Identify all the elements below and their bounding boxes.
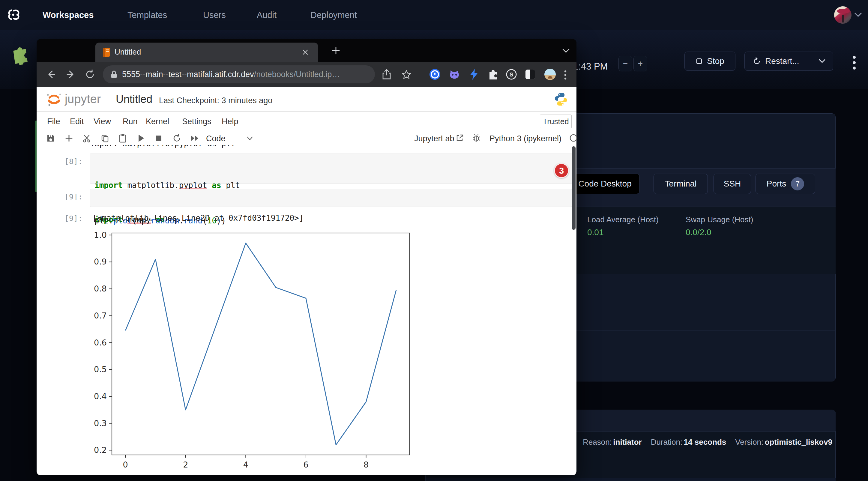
- interrupt-kernel-button[interactable]: [154, 133, 163, 143]
- back-icon[interactable]: [45, 69, 56, 80]
- notebook-content: import matplotlib.pyplot as plt [8]: imp…: [37, 145, 577, 475]
- copy-cell-button[interactable]: [100, 133, 110, 143]
- restart-kernel-button[interactable]: [172, 133, 182, 143]
- forward-icon[interactable]: [65, 69, 76, 80]
- cell9-prompt: [9]:: [64, 193, 83, 201]
- run-cell-button[interactable]: [136, 133, 146, 143]
- menu-kernel[interactable]: Kernel: [146, 117, 169, 126]
- menu-run[interactable]: Run: [123, 117, 138, 126]
- share-icon[interactable]: [381, 69, 392, 80]
- browser-kebab-menu[interactable]: [564, 70, 567, 81]
- cat-extension-icon[interactable]: [448, 68, 460, 81]
- user-menu-chevron-icon[interactable]: [854, 12, 862, 18]
- out9-text: [<matplotlib.lines.Line2D at 0x7fd03f191…: [92, 214, 304, 223]
- browser-tabstrip: Untitled: [37, 39, 577, 62]
- nav-item-templates[interactable]: Templates: [127, 10, 167, 20]
- workspace-kebab-menu[interactable]: [850, 52, 858, 71]
- zoom-in-button[interactable]: +: [633, 56, 647, 71]
- address-bar[interactable]: 5555--main--test--matifali.atif.cdr.dev/…: [103, 65, 375, 83]
- jupyter-logo: [45, 91, 62, 107]
- restart-run-all-button[interactable]: [190, 133, 199, 143]
- screen: Workspaces Templates Users Audit Deploym…: [0, 0, 868, 481]
- url-host: 5555--main--test--matifali.atif.cdr.dev: [122, 70, 254, 79]
- cell8-prompt: [8]:: [64, 157, 83, 166]
- tab-search-chevron-icon[interactable]: [562, 48, 570, 53]
- svg-text:0.5: 0.5: [94, 365, 107, 374]
- app-button-ports[interactable]: Ports 7: [755, 173, 815, 194]
- zoom-out-button[interactable]: −: [618, 56, 632, 71]
- tab-title: Untitled: [115, 47, 141, 57]
- svg-text:0.6: 0.6: [94, 338, 107, 347]
- external-link-icon[interactable]: [456, 134, 464, 142]
- onepassword-extension-icon[interactable]: [429, 68, 441, 81]
- s-circle-extension-icon[interactable]: S: [505, 68, 517, 81]
- kernel-name[interactable]: Python 3 (ipykernel): [490, 134, 561, 143]
- menu-edit[interactable]: Edit: [70, 117, 84, 126]
- cut-cell-button[interactable]: [82, 133, 91, 143]
- trusted-button[interactable]: Trusted: [540, 115, 572, 128]
- jupyter-brand-text: jupyter: [65, 92, 101, 106]
- dark-reader-extension-icon[interactable]: [524, 68, 536, 81]
- new-tab-button[interactable]: [332, 46, 340, 55]
- restart-options-chevron-icon[interactable]: [818, 59, 826, 64]
- bookmark-star-icon[interactable]: [401, 70, 411, 80]
- ports-count-badge: 7: [791, 177, 804, 190]
- coder-logo-icon[interactable]: [7, 7, 22, 22]
- load-average-value: 0.01: [587, 228, 604, 237]
- svg-text:0.7: 0.7: [94, 311, 107, 320]
- save-button[interactable]: [46, 133, 56, 143]
- debugger-bug-icon[interactable]: [472, 134, 480, 142]
- kernel-status-icon[interactable]: [569, 134, 578, 142]
- terminal-label: Terminal: [665, 179, 697, 189]
- build-reason-value: initiator: [613, 438, 642, 447]
- lightning-extension-icon[interactable]: [468, 68, 480, 81]
- extensions-puzzle-icon[interactable]: [487, 68, 498, 81]
- swap-usage-label: Swap Usage (Host): [686, 215, 753, 224]
- cell8-editor[interactable]: import matplotlib.pyplot as plt import n…: [90, 154, 572, 184]
- svg-text:0.4: 0.4: [94, 392, 107, 401]
- jupyterlab-link[interactable]: JupyterLab: [414, 134, 455, 143]
- svg-text:S: S: [509, 71, 514, 78]
- menu-help[interactable]: Help: [222, 117, 239, 126]
- notebook-title[interactable]: Untitled: [116, 93, 152, 105]
- swap-usage-value: 0.0/2.0: [686, 228, 711, 237]
- nav-item-audit[interactable]: Audit: [257, 10, 277, 20]
- svg-text:0: 0: [123, 460, 128, 469]
- browser-toolbar: 5555--main--test--matifali.atif.cdr.dev/…: [37, 62, 577, 87]
- paste-cell-button[interactable]: [118, 133, 127, 143]
- tab-close-icon[interactable]: [302, 49, 309, 56]
- jupyter-toolbar: Code JupyterLab Python 3 (ipykernel): [37, 131, 577, 145]
- cell9-editor[interactable]: plt.plot(np.random.rand(10)): [90, 189, 572, 207]
- restart-label: Restart...: [765, 56, 799, 66]
- restart-icon: [753, 57, 761, 65]
- stop-workspace-button[interactable]: Stop: [684, 52, 736, 71]
- nav-item-deployment[interactable]: Deployment: [310, 10, 357, 20]
- build-version-value: optimistic_liskov9: [765, 438, 832, 447]
- cell-type-chevron-icon[interactable]: [247, 136, 253, 141]
- jupyter-page: jupyter Untitled Last Checkpoint: 3 minu…: [37, 87, 577, 475]
- add-cell-button[interactable]: [64, 133, 74, 143]
- cell-type-dropdown[interactable]: Code: [206, 134, 225, 143]
- browser-window: Untitled: [37, 39, 577, 475]
- nav-item-workspaces[interactable]: Workspaces: [42, 10, 94, 20]
- top-navbar: Workspaces Templates Users Audit Deploym…: [0, 0, 868, 30]
- restart-workspace-button[interactable]: Restart...: [744, 52, 833, 71]
- app-button-ssh[interactable]: SSH: [714, 173, 751, 194]
- ssh-label: SSH: [724, 179, 741, 189]
- svg-text:0.3: 0.3: [94, 419, 107, 428]
- user-avatar[interactable]: [834, 6, 851, 24]
- nav-item-users[interactable]: Users: [203, 10, 226, 20]
- lock-icon: [111, 70, 117, 78]
- app-button-terminal[interactable]: Terminal: [654, 173, 708, 194]
- chrome-profile-avatar[interactable]: [544, 68, 556, 81]
- svg-text:1.0: 1.0: [94, 231, 107, 239]
- notification-badge[interactable]: 3: [554, 163, 569, 178]
- notebook-favicon: [102, 47, 111, 57]
- url-path: /notebooks/Untitled.ip…: [254, 70, 340, 79]
- menu-view[interactable]: View: [94, 117, 111, 126]
- menu-settings[interactable]: Settings: [182, 117, 212, 126]
- menu-file[interactable]: File: [47, 117, 60, 126]
- browser-tab[interactable]: Untitled: [95, 42, 318, 62]
- reload-icon[interactable]: [85, 69, 95, 80]
- clipped-previous-cell: import matplotlib.pyplot as plt: [90, 145, 360, 149]
